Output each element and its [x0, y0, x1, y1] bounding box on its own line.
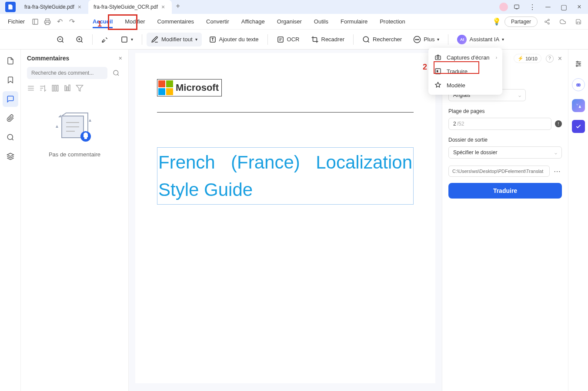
svg-rect-39	[576, 83, 580, 86]
menu-accueil[interactable]: Accueil	[87, 15, 119, 28]
tool-label: Assistant IA	[469, 36, 499, 43]
close-icon[interactable]: ×	[161, 3, 165, 10]
help-icon[interactable]: ?	[546, 55, 554, 63]
close-button[interactable]: ×	[572, 0, 586, 14]
crop-button[interactable]: Recadrer	[307, 33, 349, 46]
modify-all-button[interactable]: Modifier tout▾	[147, 33, 202, 46]
undo-icon[interactable]: ↶	[53, 16, 66, 28]
more-button[interactable]: Plus▾	[409, 33, 444, 46]
sort-icon[interactable]	[39, 84, 47, 92]
svg-rect-25	[65, 86, 66, 91]
token-badge[interactable]: ⚡ 10/10	[514, 54, 541, 63]
tabs: fra-fra-StyleGuide.pdf × fra-fra-StyleGu…	[19, 0, 499, 14]
ai-assistant-button[interactable]: AI Assistant IA▾	[453, 33, 508, 46]
dropdown-screenshot[interactable]: Captures d'écran ›	[428, 50, 502, 64]
print-icon[interactable]	[41, 16, 53, 28]
output-path: C:\Users\ws\Desktop\PDFelement\Translat	[448, 166, 550, 177]
maximize-button[interactable]: ▢	[557, 0, 571, 14]
more-icon[interactable]: ⋮	[525, 0, 539, 14]
svg-point-13	[415, 39, 416, 40]
menu-convertir[interactable]: Convertir	[200, 15, 235, 28]
divider	[157, 112, 414, 113]
page-icon[interactable]	[3, 53, 18, 69]
microsoft-logo: Microsoft	[157, 79, 222, 96]
tool-label: Recadrer	[321, 36, 344, 43]
page-range-input[interactable]: 2 /52	[448, 118, 551, 130]
list-icon[interactable]	[27, 84, 35, 92]
svg-marker-32	[56, 125, 58, 128]
menu-formulaire[interactable]: Formulaire	[334, 15, 374, 28]
toolbar: ▾ Modifier tout▾ Ajouter du texte OCR Re…	[0, 30, 588, 50]
empty-text: Pas de commentaire	[49, 151, 100, 158]
close-icon[interactable]: ×	[119, 55, 122, 62]
feedback-icon[interactable]	[510, 0, 524, 14]
robot-icon[interactable]	[572, 78, 585, 91]
translate-icon	[434, 67, 442, 76]
search-icon[interactable]	[110, 67, 122, 79]
menu-modifier[interactable]: Modifier	[119, 15, 151, 28]
output-label: Dossier de sortie	[448, 137, 562, 143]
menu-organiser[interactable]: Organiser	[271, 15, 308, 28]
menu-commentaires[interactable]: Commentaires	[151, 15, 200, 28]
bars-icon[interactable]	[63, 84, 71, 92]
browse-button[interactable]: ⋯	[552, 166, 562, 176]
svg-point-3	[548, 19, 550, 21]
search-button[interactable]: Rechercher	[358, 33, 406, 46]
add-text-button[interactable]: Ajouter du texte	[204, 33, 263, 46]
canvas-area[interactable]: Microsoft French (France) Localization S…	[129, 50, 442, 391]
columns-icon[interactable]	[51, 84, 59, 92]
menu-outils[interactable]: Outils	[308, 15, 334, 28]
shape-button[interactable]: ▾	[116, 33, 137, 46]
close-icon[interactable]: ×	[78, 3, 81, 10]
comment-search-input[interactable]	[27, 67, 107, 79]
translate-icon[interactable]	[572, 99, 585, 112]
save-icon[interactable]	[572, 16, 585, 28]
template-icon	[434, 81, 442, 89]
ocr-button[interactable]: OCR	[272, 33, 304, 46]
user-avatar[interactable]	[499, 3, 508, 11]
share-button[interactable]: Partager	[504, 17, 538, 27]
settings-icon[interactable]	[572, 57, 585, 70]
search-icon[interactable]	[3, 129, 18, 145]
add-tab-button[interactable]: +	[172, 0, 184, 12]
sidebar-toggle-icon[interactable]	[29, 16, 41, 28]
zoom-in-button[interactable]	[71, 33, 88, 46]
svg-rect-24	[57, 85, 58, 91]
zoom-out-button[interactable]	[52, 33, 69, 46]
bulb-icon[interactable]: 💡	[492, 17, 501, 26]
redo-icon[interactable]: ↷	[66, 16, 78, 28]
translate-button[interactable]: Traduire	[448, 183, 562, 199]
comment-icon[interactable]	[3, 91, 18, 107]
menu-protection[interactable]: Protection	[374, 15, 411, 28]
ai-icon: AI	[457, 35, 467, 44]
folder-select[interactable]: Spécifier le dossier ⌵	[448, 146, 562, 159]
title-bar: fra-fra-StyleGuide.pdf × fra-fra-StyleGu…	[0, 0, 588, 14]
svg-point-11	[363, 36, 368, 42]
cloud-icon[interactable]	[557, 16, 569, 28]
comments-panel: Commentaires × Pas de commentaire	[21, 50, 129, 391]
layers-icon[interactable]	[3, 149, 18, 164]
close-icon[interactable]: ×	[558, 55, 562, 63]
tab-label: fra-fra-StyleGuide.pdf	[24, 4, 74, 10]
dropdown-translate[interactable]: Traduire	[428, 64, 502, 78]
menu-affichage[interactable]: Affichage	[235, 15, 271, 28]
svg-rect-22	[52, 85, 53, 91]
svg-rect-1	[33, 19, 38, 24]
brand-text: Microsoft	[176, 82, 219, 93]
tab-file-1[interactable]: fra-fra-StyleGuide.pdf ×	[19, 0, 88, 14]
annotation-number-2: 2	[423, 63, 427, 72]
attachment-icon[interactable]	[3, 110, 18, 126]
tab-file-2[interactable]: fra-fra-StyleGuide_OCR.pdf ×	[88, 0, 172, 14]
filter-icon[interactable]	[76, 84, 84, 92]
dropdown-template[interactable]: Modèle	[428, 78, 502, 92]
highlighter-button[interactable]	[97, 33, 114, 46]
file-menu[interactable]: Fichier	[3, 18, 29, 25]
bookmark-icon[interactable]	[3, 72, 18, 88]
minimize-button[interactable]: ─	[541, 0, 555, 14]
share-link-icon[interactable]	[541, 16, 553, 28]
svg-point-4	[545, 21, 547, 23]
info-icon[interactable]: !	[555, 120, 562, 127]
right-rail	[568, 50, 588, 391]
checkmark-icon[interactable]	[572, 120, 585, 133]
svg-marker-30	[58, 115, 61, 117]
